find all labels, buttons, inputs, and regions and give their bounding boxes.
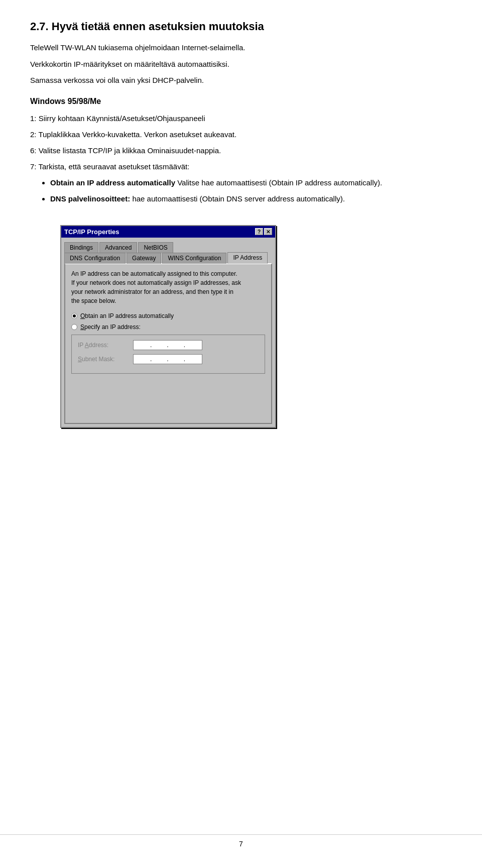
ip-seg2[interactable] xyxy=(152,341,166,349)
step3: Verkon asetukset aukeavat. xyxy=(144,130,236,139)
dialog-titlebar: TCP/IP Properties ? ✕ xyxy=(61,226,275,238)
tab-netbios[interactable]: NetBIOS xyxy=(138,242,173,253)
bullet1-label: Obtain an IP address automatically xyxy=(50,178,175,187)
page-footer: 7 xyxy=(0,834,482,848)
page-title: 2.7. Hyvä tietää ennen asetuksien muutok… xyxy=(30,20,452,33)
subnet-mask-label: Subnet Mask: xyxy=(78,356,133,363)
bullet-item-ip: Obtain an IP address automatically Valit… xyxy=(50,177,452,189)
tab-dns-config[interactable]: DNS Configuration xyxy=(64,253,126,264)
subnet-dot2: . xyxy=(167,356,168,363)
subnet-seg1[interactable] xyxy=(136,355,150,363)
ip-seg4[interactable] xyxy=(186,341,200,349)
tab-panel-ip-address: An IP address can be automatically assig… xyxy=(64,263,272,424)
subnet-seg2[interactable] xyxy=(152,355,166,363)
subnet-mask-row: Subnet Mask: . . . xyxy=(78,354,259,364)
ip-dot1: . xyxy=(150,342,152,349)
para2: Verkkokortin IP-määritykset on määritelt… xyxy=(30,59,452,70)
subnet-seg3[interactable] xyxy=(169,355,183,363)
subnet-dot1: . xyxy=(150,356,152,363)
ip-address-input[interactable]: . . . xyxy=(133,340,202,350)
step2: 2: Tuplaklikkaa Verkko-kuvaketta. Verkon… xyxy=(30,129,452,141)
ip-seg1[interactable] xyxy=(136,341,150,349)
subnet-dot3: . xyxy=(184,356,185,363)
tab-ip-address[interactable]: IP Address xyxy=(227,252,268,264)
tab-bindings[interactable]: Bindings xyxy=(64,242,98,253)
page-number: 7 xyxy=(239,840,243,848)
bullet1-text: Valitse hae automaattisesti (Obtain IP a… xyxy=(177,178,382,187)
tab-advanced[interactable]: Advanced xyxy=(99,242,137,253)
radio-group: Obtain an IP address automatically Speci… xyxy=(71,312,265,331)
ip-dot3: . xyxy=(184,342,185,349)
subnet-seg4[interactable] xyxy=(186,355,200,363)
bullet-item-dns: DNS palvelinosoitteet: hae automaattises… xyxy=(50,193,452,205)
step4: 6: Valitse listasta TCP/IP ja klikkaa Om… xyxy=(30,145,452,157)
help-button[interactable]: ? xyxy=(255,228,263,235)
dialog-content: Bindings Advanced NetBIOS DNS Configurat… xyxy=(61,238,275,427)
ip-seg3[interactable] xyxy=(169,341,183,349)
step5: 7: Tarkista, että seuraavat asetukset tä… xyxy=(30,161,452,173)
ip-info-text: An IP address can be automatically assig… xyxy=(71,269,242,305)
ip-dot2: . xyxy=(167,342,168,349)
radio-obtain-auto-label: Obtain an IP address automatically xyxy=(80,312,174,319)
tabs-row2: DNS Configuration Gateway WINS Configura… xyxy=(64,252,272,263)
radio-specify[interactable]: Specify an IP address: xyxy=(71,323,265,331)
step1: 1: Siirry kohtaan Käynnistä/Asetukset/Oh… xyxy=(30,113,452,125)
radio-obtain-auto[interactable]: Obtain an IP address automatically xyxy=(71,312,265,319)
bullet2-text: hae automaattisesti (Obtain DNS server a… xyxy=(132,194,345,203)
bullet2-label: DNS palvelinosoitteet: xyxy=(50,194,130,203)
radio-obtain-auto-circle xyxy=(71,313,77,319)
titlebar-buttons: ? ✕ xyxy=(255,228,272,235)
close-button[interactable]: ✕ xyxy=(264,228,272,235)
tab-wins-config[interactable]: WINS Configuration xyxy=(162,253,226,264)
tabs-row1: Bindings Advanced NetBIOS xyxy=(64,241,272,252)
dialog-wrapper: TCP/IP Properties ? ✕ Bindings Advanced … xyxy=(60,225,276,428)
ip-address-label: IP Address: xyxy=(78,342,133,349)
para3: Samassa verkossa voi olla vain yksi DHCP… xyxy=(30,75,452,86)
dialog-title: TCP/IP Properties xyxy=(64,228,119,236)
para1: TeleWell TW-WLAN tukiasema ohjelmoidaan … xyxy=(30,42,452,54)
ip-address-row: IP Address: . . . xyxy=(78,340,259,350)
tab-gateway[interactable]: Gateway xyxy=(127,253,161,264)
bullet-list: Obtain an IP address automatically Valit… xyxy=(50,177,452,205)
radio-specify-circle xyxy=(71,324,77,330)
windows-heading: Windows 95/98/Me xyxy=(30,95,452,107)
subnet-mask-input[interactable]: . . . xyxy=(133,354,202,364)
tcpip-dialog: TCP/IP Properties ? ✕ Bindings Advanced … xyxy=(60,225,276,428)
radio-specify-label: Specify an IP address: xyxy=(80,323,141,331)
address-fields-box: IP Address: . . . xyxy=(71,335,265,374)
